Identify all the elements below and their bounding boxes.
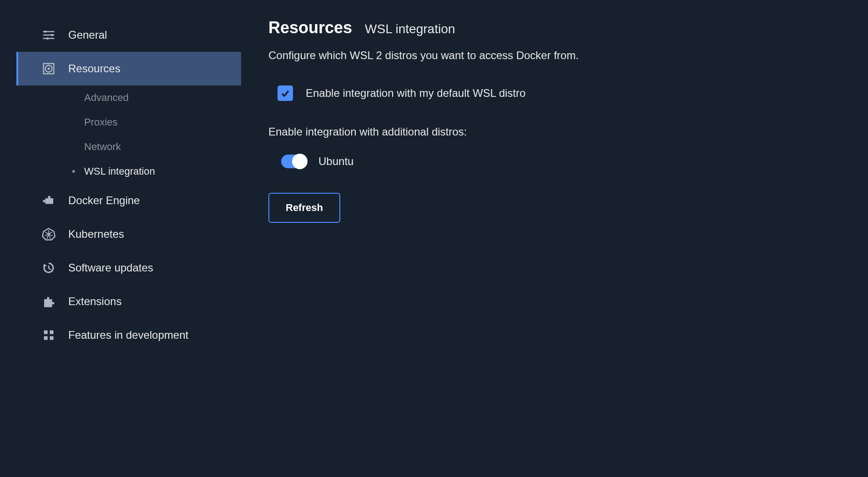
disc-icon: [41, 61, 56, 76]
refresh-button[interactable]: Refresh: [268, 193, 340, 223]
svg-rect-3: [43, 35, 55, 36]
check-icon: [280, 88, 291, 99]
sidebar-subitem-proxies[interactable]: Proxies: [18, 110, 241, 135]
engine-icon: [41, 193, 56, 208]
sidebar-item-kubernetes[interactable]: Kubernetes: [16, 217, 241, 251]
sidebar: General Resources Advanced Proxies Netwo…: [0, 0, 241, 477]
sidebar-subitem-wsl-integration[interactable]: WSL integration: [18, 159, 241, 184]
svg-rect-26: [44, 336, 48, 340]
sidebar-item-docker-engine[interactable]: Docker Engine: [16, 184, 241, 217]
sidebar-subitem-advanced[interactable]: Advanced: [18, 85, 241, 110]
distro-toggle-label: Ubuntu: [318, 155, 353, 168]
svg-rect-9: [45, 198, 54, 204]
svg-rect-1: [43, 31, 55, 32]
svg-rect-11: [43, 200, 45, 202]
sidebar-subitem-network[interactable]: Network: [18, 135, 241, 159]
sidebar-item-label: Extensions: [68, 295, 121, 308]
sidebar-subitem-label: Advanced: [84, 92, 129, 104]
kubernetes-icon: [41, 226, 56, 242]
page-subtitle: WSL integration: [365, 22, 455, 36]
sidebar-subitem-label: Proxies: [84, 116, 117, 128]
sidebar-item-extensions[interactable]: Extensions: [16, 285, 241, 318]
sidebar-item-label: Docker Engine: [68, 194, 140, 207]
svg-rect-10: [48, 196, 50, 198]
additional-distros-label: Enable integration with additional distr…: [268, 126, 841, 138]
page-title: Resources: [268, 18, 352, 37]
sidebar-item-general[interactable]: General: [16, 18, 241, 52]
puzzle-icon: [41, 294, 56, 309]
sidebar-item-features-dev[interactable]: Features in development: [16, 318, 241, 352]
sidebar-item-label: Resources: [68, 62, 121, 75]
sidebar-item-software-updates[interactable]: Software updates: [16, 251, 241, 285]
sidebar-item-label: Kubernetes: [68, 228, 124, 241]
distro-toggle-ubuntu[interactable]: [281, 155, 307, 168]
default-distro-checkbox-label: Enable integration with my default WSL d…: [306, 87, 525, 100]
toggle-knob: [292, 154, 308, 169]
svg-rect-24: [44, 331, 48, 334]
grid-icon: [41, 327, 56, 343]
svg-line-23: [49, 268, 51, 270]
default-distro-checkbox[interactable]: [278, 85, 293, 101]
sidebar-item-resources[interactable]: Resources: [16, 52, 241, 85]
svg-marker-21: [44, 264, 47, 267]
sidebar-subitem-label: WSL integration: [84, 166, 155, 177]
sidebar-item-label: Software updates: [68, 261, 153, 274]
svg-point-8: [48, 68, 50, 70]
svg-rect-5: [43, 38, 55, 39]
svg-rect-27: [50, 336, 53, 340]
page-header: Resources WSL integration: [268, 18, 841, 37]
sidebar-item-label: Features in development: [68, 329, 188, 341]
main-content: Resources WSL integration Configure whic…: [241, 0, 868, 477]
svg-rect-25: [50, 331, 53, 334]
default-distro-checkbox-row: Enable integration with my default WSL d…: [268, 85, 841, 101]
history-icon: [41, 260, 56, 276]
sidebar-item-label: General: [68, 29, 107, 41]
svg-point-20: [48, 233, 50, 236]
page-description: Configure which WSL 2 distros you want t…: [268, 49, 841, 62]
sidebar-subitem-label: Network: [84, 141, 121, 153]
distro-toggle-row: Ubuntu: [268, 155, 841, 168]
sliders-icon: [41, 27, 56, 43]
